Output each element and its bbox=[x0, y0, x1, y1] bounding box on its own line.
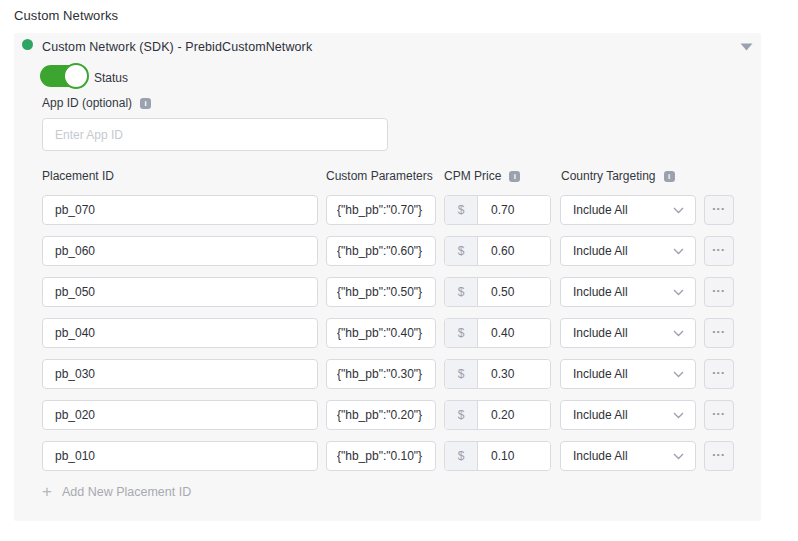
toggle-knob bbox=[63, 63, 89, 89]
cpm-price-group: $ bbox=[444, 441, 551, 471]
placement-row: $ Include All ••• bbox=[42, 277, 734, 307]
cpm-price-group: $ bbox=[444, 318, 551, 348]
custom-network-card: Custom Network (SDK) - PrebidCustomNetwo… bbox=[14, 33, 761, 521]
placement-id-input[interactable] bbox=[42, 400, 318, 430]
more-options-button[interactable]: ••• bbox=[704, 318, 734, 348]
more-options-button[interactable]: ••• bbox=[704, 359, 734, 389]
cpm-price-group: $ bbox=[444, 195, 551, 225]
country-targeting-select[interactable]: Include All bbox=[560, 400, 696, 430]
ellipsis-icon: ••• bbox=[713, 205, 726, 213]
placement-rows: $ Include All ••• $ Include All ••• bbox=[42, 195, 734, 482]
column-label: Country Targeting bbox=[561, 169, 656, 183]
chevron-down-icon bbox=[673, 248, 684, 255]
placement-id-input[interactable] bbox=[42, 195, 318, 225]
ellipsis-icon: ••• bbox=[713, 451, 726, 459]
cpm-price-input[interactable] bbox=[478, 360, 550, 388]
currency-symbol: $ bbox=[445, 401, 478, 429]
app-id-input[interactable] bbox=[42, 118, 388, 151]
placement-row: $ Include All ••• bbox=[42, 195, 734, 225]
chevron-down-icon bbox=[673, 289, 684, 296]
custom-parameters-input[interactable] bbox=[326, 236, 436, 266]
cpm-price-input[interactable] bbox=[478, 196, 550, 224]
custom-parameters-input[interactable] bbox=[326, 195, 436, 225]
column-label: Placement ID bbox=[42, 169, 114, 183]
more-options-button[interactable]: ••• bbox=[704, 236, 734, 266]
cpm-price-input[interactable] bbox=[478, 319, 550, 347]
custom-parameters-input[interactable] bbox=[326, 400, 436, 430]
more-options-button[interactable]: ••• bbox=[704, 277, 734, 307]
cpm-price-group: $ bbox=[444, 359, 551, 389]
column-header-country-targeting: Country Targeting i bbox=[561, 169, 675, 183]
country-targeting-value: Include All bbox=[573, 367, 628, 381]
cpm-price-group: $ bbox=[444, 400, 551, 430]
placement-row: $ Include All ••• bbox=[42, 441, 734, 471]
cpm-price-input[interactable] bbox=[478, 442, 550, 470]
placement-id-input[interactable] bbox=[42, 359, 318, 389]
placement-id-input[interactable] bbox=[42, 318, 318, 348]
status-label: Status bbox=[94, 71, 128, 85]
chevron-down-icon bbox=[673, 207, 684, 214]
currency-symbol: $ bbox=[445, 278, 478, 306]
app-id-label-row: App ID (optional) i bbox=[42, 96, 151, 110]
custom-parameters-input[interactable] bbox=[326, 277, 436, 307]
cpm-price-input[interactable] bbox=[478, 278, 550, 306]
cpm-price-group: $ bbox=[444, 277, 551, 307]
country-targeting-select[interactable]: Include All bbox=[560, 195, 696, 225]
info-icon[interactable]: i bbox=[509, 171, 520, 182]
column-label: Custom Parameters bbox=[326, 169, 433, 183]
column-header-custom-parameters: Custom Parameters bbox=[326, 169, 433, 183]
country-targeting-value: Include All bbox=[573, 244, 628, 258]
page-title: Custom Networks bbox=[14, 8, 118, 23]
country-targeting-select[interactable]: Include All bbox=[560, 277, 696, 307]
add-placement-label: Add New Placement ID bbox=[62, 485, 191, 499]
more-options-button[interactable]: ••• bbox=[704, 441, 734, 471]
status-indicator-dot bbox=[22, 39, 33, 50]
chevron-down-icon bbox=[673, 330, 684, 337]
status-toggle[interactable] bbox=[40, 65, 86, 87]
plus-icon: + bbox=[42, 485, 52, 499]
placement-id-input[interactable] bbox=[42, 236, 318, 266]
more-options-button[interactable]: ••• bbox=[704, 400, 734, 430]
cpm-price-input[interactable] bbox=[478, 237, 550, 265]
chevron-down-icon bbox=[673, 371, 684, 378]
currency-symbol: $ bbox=[445, 237, 478, 265]
column-header-cpm-price: CPM Price i bbox=[444, 169, 520, 183]
placement-id-input[interactable] bbox=[42, 277, 318, 307]
cpm-price-input[interactable] bbox=[478, 401, 550, 429]
info-icon[interactable]: i bbox=[664, 171, 675, 182]
custom-parameters-input[interactable] bbox=[326, 318, 436, 348]
placement-id-input[interactable] bbox=[42, 441, 318, 471]
country-targeting-value: Include All bbox=[573, 326, 628, 340]
country-targeting-value: Include All bbox=[573, 449, 628, 463]
collapse-chevron-icon[interactable] bbox=[740, 43, 753, 51]
info-icon[interactable]: i bbox=[140, 98, 151, 109]
country-targeting-select[interactable]: Include All bbox=[560, 441, 696, 471]
column-label: CPM Price bbox=[444, 169, 501, 183]
country-targeting-select[interactable]: Include All bbox=[560, 359, 696, 389]
country-targeting-select[interactable]: Include All bbox=[560, 236, 696, 266]
ellipsis-icon: ••• bbox=[713, 287, 726, 295]
app-id-label: App ID (optional) bbox=[42, 96, 132, 110]
country-targeting-value: Include All bbox=[573, 203, 628, 217]
currency-symbol: $ bbox=[445, 196, 478, 224]
currency-symbol: $ bbox=[445, 319, 478, 347]
more-options-button[interactable]: ••• bbox=[704, 195, 734, 225]
custom-parameters-input[interactable] bbox=[326, 359, 436, 389]
country-targeting-value: Include All bbox=[573, 408, 628, 422]
placement-row: $ Include All ••• bbox=[42, 318, 734, 348]
currency-symbol: $ bbox=[445, 360, 478, 388]
country-targeting-value: Include All bbox=[573, 285, 628, 299]
custom-parameters-input[interactable] bbox=[326, 441, 436, 471]
column-header-placement-id: Placement ID bbox=[42, 169, 114, 183]
network-title: Custom Network (SDK) - PrebidCustomNetwo… bbox=[42, 40, 312, 54]
placement-row: $ Include All ••• bbox=[42, 400, 734, 430]
placement-row: $ Include All ••• bbox=[42, 359, 734, 389]
placement-row: $ Include All ••• bbox=[42, 236, 734, 266]
add-placement-button[interactable]: + Add New Placement ID bbox=[42, 485, 191, 499]
cpm-price-group: $ bbox=[444, 236, 551, 266]
chevron-down-icon bbox=[673, 412, 684, 419]
country-targeting-select[interactable]: Include All bbox=[560, 318, 696, 348]
ellipsis-icon: ••• bbox=[713, 328, 726, 336]
currency-symbol: $ bbox=[445, 442, 478, 470]
ellipsis-icon: ••• bbox=[713, 246, 726, 254]
